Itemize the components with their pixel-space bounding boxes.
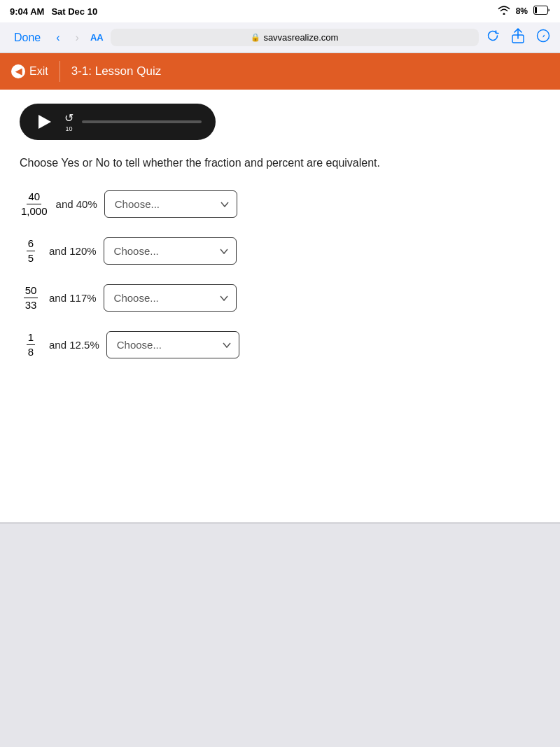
- fraction-row-0: 401,000and 40%Choose...YesNo: [20, 190, 540, 218]
- status-date: Sat Dec 10: [51, 6, 97, 17]
- choose-select-0[interactable]: Choose...YesNo: [104, 190, 237, 218]
- fraction-3: 18: [20, 331, 42, 358]
- exit-label: Exit: [29, 65, 48, 78]
- battery-icon: [533, 6, 550, 17]
- fraction-row-3: 18and 12.5%Choose...YesNo: [20, 331, 540, 358]
- status-right: 8%: [498, 6, 550, 17]
- fraction-numerator-2: 50: [24, 284, 38, 298]
- browser-toolbar: Done ‹ › AA 🔒 savvasrealize.com: [0, 22, 560, 53]
- audio-player: ↺ 10: [20, 104, 216, 140]
- app-header: ◀ Exit 3-1: Lesson Quiz: [0, 53, 560, 90]
- status-left: 9:04 AM Sat Dec 10: [10, 6, 97, 17]
- forward-button[interactable]: ›: [71, 29, 83, 47]
- fraction-numerator-1: 6: [27, 237, 35, 251]
- choose-select-1[interactable]: Choose...YesNo: [104, 237, 237, 265]
- status-bar: 9:04 AM Sat Dec 10 8%: [0, 0, 560, 22]
- share-button[interactable]: [511, 28, 525, 47]
- choose-select-3[interactable]: Choose...YesNo: [106, 331, 239, 358]
- replay-button[interactable]: ↺ 10: [64, 111, 74, 132]
- replay-number: 10: [65, 125, 72, 132]
- fraction-denominator-0: 1,000: [20, 204, 49, 218]
- back-button[interactable]: ‹: [52, 29, 64, 47]
- status-time: 9:04 AM: [10, 6, 44, 17]
- wifi-icon: [498, 6, 510, 17]
- fraction-numerator-0: 40: [27, 190, 41, 204]
- fraction-row-2: 5033and 117%Choose...YesNo: [20, 284, 540, 312]
- play-triangle-icon: [38, 115, 51, 129]
- fraction-denominator-3: 8: [27, 345, 35, 358]
- choose-select-2[interactable]: Choose...YesNo: [104, 284, 237, 312]
- fraction-1: 65: [20, 237, 42, 265]
- reload-button[interactable]: [486, 29, 500, 46]
- svg-rect-1: [535, 7, 537, 13]
- fraction-numerator-3: 1: [27, 331, 35, 345]
- percent-label-0: and 40%: [56, 198, 97, 210]
- font-size-button[interactable]: AA: [90, 32, 104, 43]
- content-area: ↺ 10 Choose Yes or No to tell whether th…: [0, 90, 560, 524]
- fraction-denominator-2: 33: [24, 298, 38, 312]
- svg-point-3: [538, 30, 550, 42]
- fraction-rows-container: 401,000and 40%Choose...YesNo65and 120%Ch…: [20, 190, 540, 358]
- percent-label-3: and 12.5%: [49, 339, 99, 351]
- fraction-denominator-1: 5: [27, 251, 35, 265]
- percent-label-1: and 120%: [49, 245, 97, 257]
- exit-button[interactable]: ◀ Exit: [0, 53, 59, 90]
- lock-icon: 🔒: [251, 33, 260, 42]
- toolbar-right: [486, 28, 550, 47]
- play-button[interactable]: [34, 111, 56, 133]
- address-bar[interactable]: 🔒 savvasrealize.com: [111, 29, 479, 46]
- battery-percentage: 8%: [516, 6, 528, 16]
- question-instruction: Choose Yes or No to tell whether the fra…: [20, 155, 540, 171]
- lesson-title: 3-1: Lesson Quiz: [60, 64, 162, 78]
- percent-label-2: and 117%: [49, 292, 97, 304]
- fraction-row-1: 65and 120%Choose...YesNo: [20, 237, 540, 265]
- gray-area: [0, 524, 560, 747]
- fraction-0: 401,000: [20, 190, 49, 218]
- audio-progress-track: [82, 120, 202, 123]
- compass-button[interactable]: [536, 29, 550, 46]
- exit-arrow-icon: ◀: [11, 64, 25, 78]
- done-button[interactable]: Done: [10, 29, 45, 47]
- replay-icon: ↺: [64, 111, 74, 125]
- fraction-2: 5033: [20, 284, 42, 312]
- url-text: savvasrealize.com: [263, 32, 338, 43]
